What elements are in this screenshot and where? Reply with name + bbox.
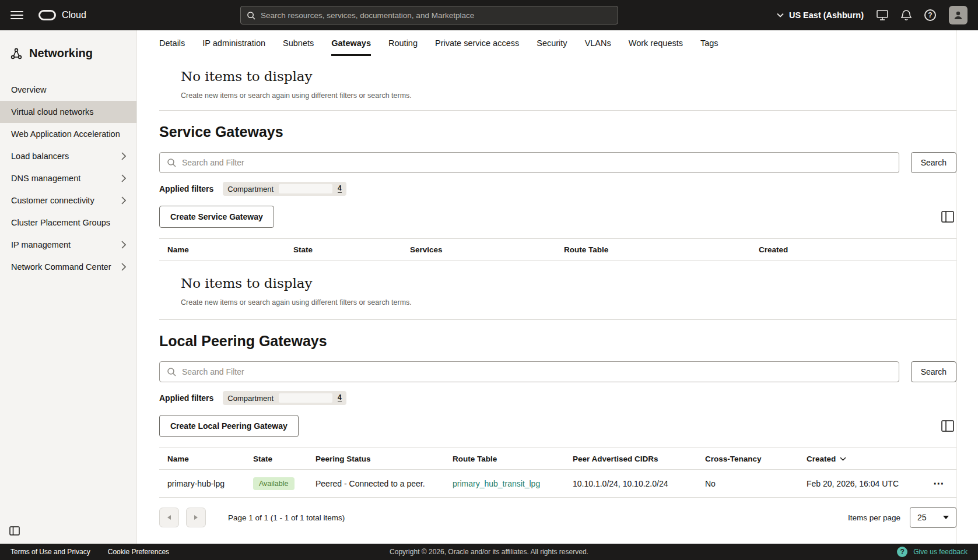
tab-tags[interactable]: Tags [700,38,718,56]
column-header-created: Created [751,245,956,254]
tab-private-service-access[interactable]: Private service access [435,38,519,56]
lpg-peering-status: Peered - Connected to a peer. [307,479,444,488]
table-settings-icon[interactable] [939,418,956,434]
lpg-cross-tenancy: No [697,479,798,488]
lpg-peer-cidrs: 10.10.1.0/24, 10.10.2.0/24 [565,479,697,488]
column-header-peering-status: Peering Status [307,455,444,463]
sidebar-nav: Overview Virtual cloud networks Web Appl… [0,79,136,278]
route-table-link[interactable]: primary_hub_transit_lpg [453,479,540,488]
table-header-row: Name State Services Route Table Created [159,238,956,260]
compartment-filter-chip[interactable]: Compartment 4 [223,182,346,196]
applied-filters-label: Applied filters [159,393,213,403]
sidebar-item-virtual-cloud-networks[interactable]: Virtual cloud networks [0,101,136,123]
search-icon [167,367,176,376]
chevron-right-icon [121,263,126,271]
table-settings-icon[interactable] [939,209,956,225]
service-gateways-table: Name State Services Route Table Created … [159,238,956,307]
column-header-peer-cidrs: Peer Advertised CIDRs [565,455,697,463]
region-selector[interactable]: US East (Ashburn) [777,10,864,20]
feedback-help-icon[interactable]: ? [897,547,907,557]
tab-gateways[interactable]: Gateways [331,38,371,56]
sidebar-item-label: IP management [11,239,71,251]
column-header-name: Name [159,455,245,463]
create-service-gateway-button[interactable]: Create Service Gateway [159,206,274,228]
hamburger-menu-icon[interactable] [10,9,23,22]
sidebar-item-customer-connectivity[interactable]: Customer connectivity [0,189,136,212]
chevron-right-icon [121,152,126,160]
create-local-peering-gateway-button[interactable]: Create Local Peering Gateway [159,415,299,437]
cookie-preferences-link[interactable]: Cookie Preferences [108,548,169,556]
tab-routing[interactable]: Routing [388,38,418,56]
items-per-page-select[interactable]: 25 [910,507,956,528]
tab-bar: Details IP administration Subnets Gatewa… [159,30,956,56]
chevron-right-icon [121,196,126,205]
filter-chip-label: Compartment [227,394,274,403]
column-header-name: Name [159,245,285,254]
terms-link[interactable]: Terms of Use and Privacy [10,548,90,556]
sidebar-header: Networking [0,30,136,66]
chevron-down-icon [943,516,949,519]
tab-vlans[interactable]: VLANs [585,38,611,56]
topbar: Cloud US East (Ashburn) ? [0,0,978,30]
filter-chip-label: Compartment [227,185,274,193]
column-header-created-label: Created [807,455,836,463]
sidebar-item-web-application-acceleration[interactable]: Web Application Acceleration [0,123,136,145]
table-header-row: Name State Peering Status Route Table Pe… [159,448,956,470]
sidebar-item-label: Virtual cloud networks [11,106,94,118]
service-gateways-search-input[interactable] [182,158,892,167]
cloud-shell-icon[interactable] [877,10,888,20]
sort-descending-icon [840,457,846,461]
region-label: US East (Ashburn) [789,10,864,20]
sidebar-item-label: DNS management [11,172,80,184]
oracle-cloud-logo[interactable]: Cloud [38,10,86,20]
tab-details[interactable]: Details [159,38,185,56]
global-search [240,6,618,24]
applied-filters-label: Applied filters [159,184,213,193]
help-icon[interactable]: ? [924,9,936,21]
sidebar-item-ip-management[interactable]: IP management [0,234,136,256]
sidebar-item-load-balancers[interactable]: Load balancers [0,145,136,167]
copyright-text: Copyright © 2026, Oracle and/or its affi… [390,548,588,556]
user-avatar[interactable] [949,6,968,24]
column-header-created[interactable]: Created [798,455,928,463]
collapse-sidebar-icon[interactable] [9,526,20,536]
compartment-filter-chip[interactable]: Compartment 4 [223,391,346,405]
sidebar: Networking Overview Virtual cloud networ… [0,30,137,544]
sidebar-item-cluster-placement-groups[interactable]: Cluster Placement Groups [0,212,136,234]
service-gateways-empty-state: No items to display Create new items or … [159,260,956,307]
lpg-search-button[interactable]: Search [911,361,956,382]
global-search-input[interactable] [261,11,612,20]
local-peering-gateways-table: Name State Peering Status Route Table Pe… [159,448,956,498]
items-per-page-label: Items per page [848,513,900,522]
row-actions-menu-icon[interactable]: ⋯ [928,481,956,487]
sidebar-item-label: Web Application Acceleration [11,128,120,140]
filter-chip-badge: 4 [338,394,342,402]
next-page-button[interactable] [186,508,206,527]
feedback-link[interactable]: Give us feedback [913,548,968,556]
sidebar-item-dns-management[interactable]: DNS management [0,167,136,189]
networking-icon [10,48,22,59]
tab-subnets[interactable]: Subnets [283,38,314,56]
sidebar-title: Networking [29,47,93,60]
lpg-search-input[interactable] [182,367,892,376]
sidebar-item-overview[interactable]: Overview [0,79,136,101]
lpg-created: Feb 20, 2026, 16:04 UTC [798,479,928,488]
sidebar-item-network-command-center[interactable]: Network Command Center [0,256,136,278]
previous-page-button[interactable] [159,508,179,527]
tab-ip-administration[interactable]: IP administration [202,38,265,56]
empty-state-subtitle: Create new items or search again using d… [181,91,956,100]
filter-chip-value-redacted [279,184,332,193]
search-icon [167,158,176,167]
notifications-bell-icon[interactable] [901,9,912,21]
column-header-route-table: Route Table [556,245,751,254]
chevron-right-icon [121,241,126,249]
column-header-cross-tenancy: Cross-Tenancy [697,455,798,463]
tab-security[interactable]: Security [537,38,567,56]
sidebar-item-label: Load balancers [11,150,69,162]
filter-chip-value-redacted [279,393,332,403]
tab-work-requests[interactable]: Work requests [629,38,683,56]
service-gateways-search-button[interactable]: Search [911,152,956,173]
column-header-services: Services [402,245,556,254]
sidebar-item-label: Overview [11,84,46,96]
oracle-logo-icon [38,10,56,20]
